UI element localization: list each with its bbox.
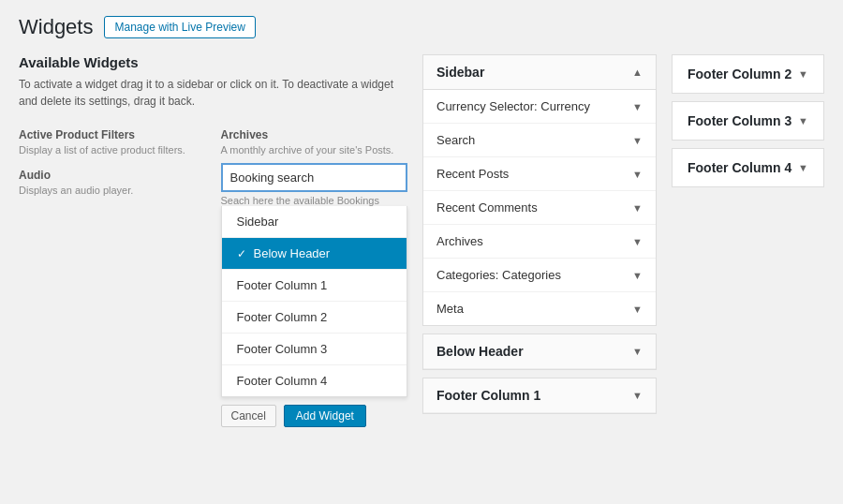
widget-col1: Active Product Filters Display a list of… [19, 123, 206, 431]
chevron-down-icon[interactable] [798, 162, 808, 173]
widget-grid: Active Product Filters Display a list of… [19, 123, 407, 431]
chevron-down-icon[interactable] [632, 236, 643, 247]
table-row: Search [423, 124, 656, 157]
item-label: Footer Column 4 [237, 374, 328, 388]
available-widgets-panel: Available Widgets To activate a widget d… [19, 54, 407, 435]
widget-desc: A monthly archive of your site's Posts. [221, 143, 408, 157]
dropdown-item-below-header[interactable]: ✓ Below Header [222, 238, 407, 270]
widget-entry-name: Recent Comments [436, 200, 538, 215]
widget-desc: Displays an audio player. [19, 184, 206, 198]
available-widgets-description: To activate a widget drag it to a sideba… [19, 76, 407, 110]
dropdown-item-footer-col1[interactable]: Footer Column 1 [222, 270, 407, 302]
add-widget-button[interactable]: Add Widget [284, 405, 366, 427]
widget-entry-name: Search [436, 133, 475, 147]
widget-entry-name: Categories: Categories [436, 268, 561, 282]
dropdown-item-footer-col3[interactable]: Footer Column 3 [222, 334, 407, 365]
widget-col2: Archives A monthly archive of your site'… [221, 123, 408, 431]
footer-col1-area-header[interactable]: Footer Column 1 [423, 378, 656, 413]
list-item: Archives A monthly archive of your site'… [221, 123, 408, 163]
item-label: Footer Column 3 [237, 342, 328, 356]
chevron-down-icon[interactable] [632, 346, 643, 357]
booking-search-input[interactable] [221, 163, 408, 192]
below-header-area-header[interactable]: Below Header [423, 334, 656, 369]
chevron-down-icon[interactable] [632, 390, 643, 401]
sidebar-widget-panel: Sidebar Currency Selector: Currency Sear… [422, 54, 657, 422]
footer-col1-area-title: Footer Column 1 [436, 388, 540, 403]
chevron-down-icon[interactable] [632, 304, 643, 315]
chevron-down-icon[interactable] [632, 135, 643, 146]
main-layout: Available Widgets To activate a widget d… [19, 54, 824, 435]
dropdown-item-sidebar[interactable]: Sidebar [222, 206, 407, 238]
cancel-button[interactable]: Cancel [221, 405, 276, 427]
chevron-down-icon[interactable] [632, 202, 643, 214]
footer-panel: Footer Column 2 Footer Column 3 Footer C… [672, 54, 824, 195]
dropdown-item-footer-col4[interactable]: Footer Column 4 [222, 365, 407, 396]
search-hint: Seach here the available Bookings [221, 195, 408, 206]
item-label: Below Header [254, 246, 331, 260]
footer-col3-title: Footer Column 3 [688, 113, 791, 128]
table-row: Recent Comments [423, 191, 656, 225]
table-row: Currency Selector: Currency [423, 90, 656, 124]
sidebar-area-title: Sidebar [436, 65, 484, 80]
chevron-down-icon[interactable] [632, 169, 643, 180]
chevron-down-icon[interactable] [798, 68, 808, 80]
chevron-up-icon[interactable] [632, 67, 643, 78]
table-row: Recent Posts [423, 157, 656, 191]
widget-name: Audio [19, 169, 206, 182]
page-header: Widgets Manage with Live Preview [19, 15, 824, 39]
item-label: Sidebar [237, 215, 279, 229]
widget-entry-name: Recent Posts [436, 167, 509, 181]
live-preview-button[interactable]: Manage with Live Preview [104, 16, 255, 38]
footer-col2-area: Footer Column 2 [672, 54, 824, 94]
below-header-area-title: Below Header [436, 344, 524, 359]
widget-entry-name: Meta [436, 302, 464, 316]
below-header-widget-area: Below Header [422, 334, 657, 370]
footer-col3-header[interactable]: Footer Column 3 [673, 102, 823, 140]
widget-entry-name: Archives [436, 234, 483, 248]
popup-actions: Cancel Add Widget [221, 397, 408, 431]
sidebar-widget-area: Sidebar Currency Selector: Currency Sear… [422, 54, 657, 326]
table-row: Meta [423, 292, 656, 325]
footer-col2-title: Footer Column 2 [688, 67, 791, 82]
booking-search-popup: Seach here the available Bookings Sideba… [221, 163, 408, 431]
item-label: Footer Column 1 [237, 278, 328, 292]
widget-name: Archives [221, 128, 408, 141]
dropdown-item-footer-col2[interactable]: Footer Column 2 [222, 302, 407, 334]
footer-col1-widget-area: Footer Column 1 [422, 378, 657, 414]
available-widgets-title: Available Widgets [19, 54, 407, 70]
list-item: Audio Displays an audio player. [19, 163, 206, 203]
widget-area-dropdown: Sidebar ✓ Below Header Footer Column 1 F… [221, 206, 408, 397]
chevron-down-icon[interactable] [632, 101, 643, 112]
footer-col4-area: Footer Column 4 [672, 148, 824, 187]
check-icon: ✓ [237, 247, 246, 260]
footer-col2-header[interactable]: Footer Column 2 [673, 55, 823, 93]
table-row: Categories: Categories [423, 259, 656, 292]
footer-col4-title: Footer Column 4 [688, 160, 791, 175]
footer-col3-area: Footer Column 3 [672, 101, 824, 141]
page-title: Widgets [19, 15, 93, 39]
item-label: Footer Column 2 [237, 310, 328, 324]
widget-entry-name: Currency Selector: Currency [436, 99, 590, 113]
sidebar-area-header[interactable]: Sidebar [423, 55, 656, 90]
chevron-down-icon[interactable] [798, 115, 808, 126]
widget-name: Active Product Filters [19, 128, 206, 141]
list-item: Active Product Filters Display a list of… [19, 123, 206, 163]
widget-desc: Display a list of active product filters… [19, 143, 206, 157]
chevron-down-icon[interactable] [632, 270, 643, 281]
footer-col4-header[interactable]: Footer Column 4 [673, 149, 823, 186]
table-row: Archives [423, 225, 656, 259]
